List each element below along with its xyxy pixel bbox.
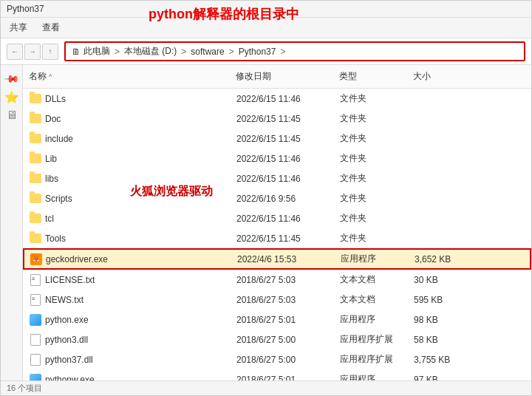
pin-icon[interactable]: 📌: [1, 68, 21, 89]
folder-icon: [30, 213, 41, 225]
file-name-cell: libs: [24, 171, 231, 186]
file-name-cell: 🦊 geckodriver.exe: [24, 251, 231, 267]
file-type-cell: 文件夹: [334, 211, 408, 226]
file-name: include: [45, 134, 73, 144]
file-name-cell: tcl: [24, 211, 231, 226]
table-row[interactable]: tcl 2022/6/15 11:46 文件夹: [23, 208, 531, 228]
address-sep-2: >: [181, 47, 186, 57]
table-row[interactable]: 🦊 geckodriver.exe 2022/4/6 15:53 应用程序 3,…: [23, 248, 531, 270]
file-name: python.exe: [45, 315, 89, 325]
address-part-computer[interactable]: 此电脑: [83, 45, 110, 58]
address-box[interactable]: 🗎 此电脑 > 本地磁盘 (D:) > software > Python37 …: [64, 41, 525, 61]
exe-icon: [30, 374, 41, 381]
file-name: libs: [45, 174, 58, 184]
file-type-cell: 文件夹: [334, 191, 408, 206]
back-button[interactable]: ←: [7, 44, 23, 60]
table-row[interactable]: libs 2022/6/15 11:46 文件夹: [23, 168, 531, 188]
col-header-size[interactable]: 大小: [407, 68, 466, 85]
address-part-drive[interactable]: 本地磁盘 (D:): [124, 45, 177, 58]
file-size-cell: 97 KB: [408, 372, 467, 380]
address-sep-4: >: [280, 47, 285, 57]
file-modified-cell: 2022/6/15 11:45: [231, 231, 334, 246]
folder-icon: [30, 233, 41, 245]
address-sep-3: >: [229, 47, 234, 57]
txt-icon: [30, 294, 41, 306]
file-name-cell: NEWS.txt: [24, 292, 231, 307]
file-size-cell: [408, 151, 467, 166]
address-bar-row: ← → ↑ 🗎 此电脑 > 本地磁盘 (D:) > software > Pyt…: [1, 38, 531, 65]
file-modified-cell: 2022/6/15 11:46: [231, 211, 334, 226]
file-modified-cell: 2018/6/27 5:01: [231, 372, 334, 380]
file-type-cell: 文本文档: [334, 292, 408, 307]
file-type-cell: 应用程序扩展: [334, 352, 408, 367]
file-name-cell: python3.dll: [24, 332, 231, 347]
toolbar-share[interactable]: 共享: [5, 20, 32, 35]
table-row[interactable]: NEWS.txt 2018/6/27 5:03 文本文档 595 KB: [23, 290, 531, 310]
exe-icon: [30, 314, 41, 326]
file-size-cell: [408, 171, 467, 186]
sidebar-icon-1[interactable]: ⭐: [4, 90, 19, 104]
file-size-cell: [408, 91, 467, 106]
col-header-name[interactable]: 名称 ^: [23, 68, 230, 85]
table-row[interactable]: include 2022/6/15 11:45 文件夹: [23, 129, 531, 148]
folder-icon: [30, 173, 41, 185]
file-type-cell: 应用程序: [334, 312, 408, 327]
file-size-cell: 595 KB: [408, 292, 467, 307]
table-row[interactable]: python3.dll 2018/6/27 5:00 应用程序扩展 58 KB: [23, 330, 531, 349]
table-row[interactable]: Tools 2022/6/15 11:45 文件夹: [23, 228, 531, 248]
file-modified-cell: 2018/6/27 5:03: [231, 292, 334, 307]
table-row[interactable]: python.exe 2018/6/27 5:01 应用程序 98 KB: [23, 310, 531, 330]
file-name: tcl: [45, 214, 54, 224]
file-list: DLLs 2022/6/15 11:46 文件夹 Doc 2022/6/15 1…: [23, 89, 531, 380]
toolbar-view[interactable]: 查看: [38, 20, 64, 35]
file-type-cell: 文件夹: [334, 91, 408, 106]
up-button[interactable]: ↑: [42, 44, 58, 60]
table-row[interactable]: Lib 2022/6/15 11:46 文件夹: [23, 148, 531, 168]
file-name: NEWS.txt: [45, 295, 83, 305]
forward-button[interactable]: →: [24, 44, 41, 60]
table-row[interactable]: LICENSE.txt 2018/6/27 5:03 文本文档 30 KB: [23, 270, 531, 290]
table-row[interactable]: python37.dll 2018/6/27 5:00 应用程序扩展 3,755…: [23, 349, 531, 369]
table-row[interactable]: pythonw.exe 2018/6/27 5:01 应用程序 97 KB: [23, 369, 531, 380]
file-type-cell: 文本文档: [334, 272, 408, 287]
file-name-cell: Doc: [24, 111, 231, 126]
file-size-cell: [408, 191, 467, 206]
file-name: DLLs: [45, 94, 66, 104]
column-headers: 名称 ^ 修改日期 类型 大小: [23, 65, 531, 89]
toolbar: 共享 查看: [1, 18, 531, 38]
table-row[interactable]: Doc 2022/6/15 11:45 文件夹: [23, 109, 531, 129]
file-type-cell: 应用程序扩展: [334, 332, 408, 347]
address-sep-1: >: [115, 47, 120, 57]
file-size-cell: 58 KB: [408, 332, 467, 347]
sidebar: 📌 ⭐ 🖥: [1, 65, 23, 380]
file-modified-cell: 2018/6/27 5:01: [231, 312, 334, 327]
sort-arrow-icon: ^: [49, 73, 52, 81]
address-part-software[interactable]: software: [191, 47, 224, 57]
file-name: Tools: [45, 233, 66, 244]
file-name: Lib: [45, 154, 57, 164]
col-header-modified[interactable]: 修改日期: [230, 68, 333, 85]
status-text: 16 个项目: [7, 383, 42, 394]
file-name-cell: Scripts: [24, 191, 231, 206]
status-bar: 16 个项目: [1, 380, 531, 395]
table-row[interactable]: DLLs 2022/6/15 11:46 文件夹: [23, 89, 531, 109]
file-name: python37.dll: [45, 355, 93, 365]
file-modified-cell: 2022/6/15 11:45: [231, 131, 334, 146]
col-header-type[interactable]: 类型: [333, 68, 407, 85]
window-title: Python37: [7, 4, 44, 14]
nav-arrows: ← → ↑: [7, 44, 58, 60]
file-modified-cell: 2018/6/27 5:03: [231, 272, 334, 287]
file-modified-cell: 2018/6/27 5:00: [231, 352, 334, 367]
folder-icon: [30, 113, 41, 125]
file-type-cell: 应用程序: [335, 251, 409, 267]
sidebar-icon-2[interactable]: 🖥: [6, 109, 18, 122]
gecko-icon: 🦊: [30, 253, 42, 265]
table-row[interactable]: Scripts 2022/6/16 9:56 文件夹: [23, 188, 531, 208]
file-type-cell: 应用程序: [334, 372, 408, 380]
file-modified-cell: 2022/6/15 11:46: [231, 171, 334, 186]
file-type-cell: 文件夹: [334, 151, 408, 166]
file-modified-cell: 2022/6/15 11:46: [231, 91, 334, 106]
address-part-python37[interactable]: Python37: [239, 47, 276, 57]
file-modified-cell: 2022/4/6 15:53: [231, 251, 335, 267]
file-name: python3.dll: [45, 335, 88, 345]
